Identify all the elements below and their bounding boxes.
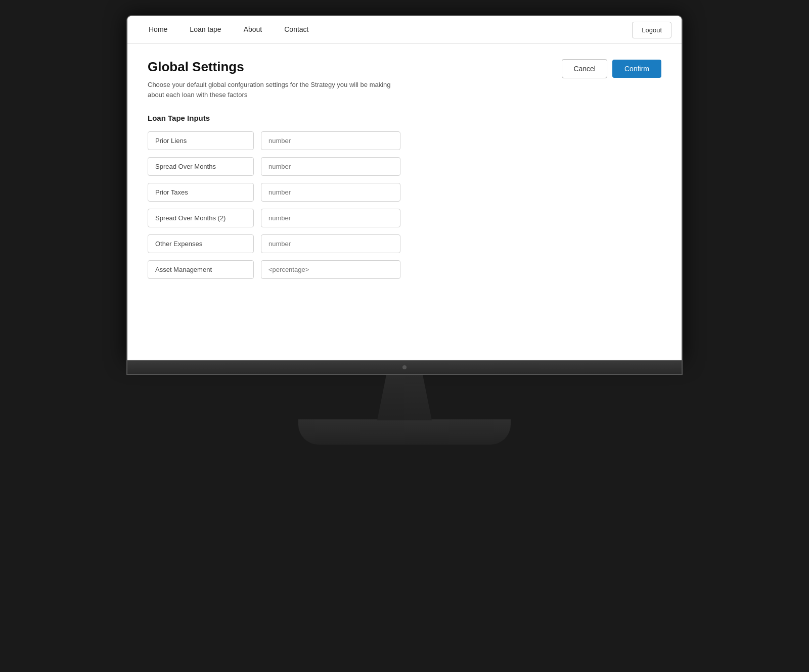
main-content: Global Settings Choose your default glob… (127, 44, 682, 294)
form-grid: Prior Liens Spread Over Months Prior Tax… (148, 131, 400, 279)
label-spread-over-months-1: Spread Over Months (148, 157, 254, 176)
nav-tab-about[interactable]: About (233, 16, 274, 43)
nav-tab-home[interactable]: Home (138, 16, 178, 43)
monitor-chin-dot (402, 365, 407, 369)
monitor-stand-neck (359, 375, 450, 420)
page-description: Choose your default global confguration … (148, 80, 400, 100)
title-section: Global Settings Choose your default glob… (148, 59, 400, 114)
form-row-asset-management: Asset Management (148, 260, 400, 279)
cancel-button[interactable]: Cancel (562, 59, 607, 78)
label-spread-over-months-2: Spread Over Months (2) (148, 209, 254, 227)
actions-group: Cancel Confirm (562, 59, 661, 78)
confirm-button[interactable]: Confirm (612, 60, 661, 78)
input-prior-taxes[interactable] (261, 183, 400, 202)
label-prior-liens: Prior Liens (148, 131, 254, 150)
section-title: Loan Tape Inputs (148, 114, 661, 122)
input-spread-over-months-1[interactable] (261, 157, 400, 176)
form-row-prior-liens: Prior Liens (148, 131, 400, 150)
monitor-stand-base (298, 419, 511, 445)
logout-button[interactable]: Logout (632, 22, 671, 38)
page-title: Global Settings (148, 59, 400, 75)
input-prior-liens[interactable] (261, 131, 400, 150)
input-asset-management[interactable] (261, 260, 400, 279)
nav-tab-contact[interactable]: Contact (273, 16, 320, 43)
nav-tab-loan-tape[interactable]: Loan tape (178, 16, 232, 43)
input-other-expenses[interactable] (261, 234, 400, 253)
navbar: Home Loan tape About Contact Logout (127, 16, 682, 44)
monitor-chin (126, 361, 683, 375)
form-row-spread-over-months-2: Spread Over Months (2) (148, 209, 400, 227)
label-other-expenses: Other Expenses (148, 234, 254, 253)
form-row-spread-over-months-1: Spread Over Months (148, 157, 400, 176)
form-row-other-expenses: Other Expenses (148, 234, 400, 253)
input-spread-over-months-2[interactable] (261, 209, 400, 227)
label-asset-management: Asset Management (148, 260, 254, 279)
form-row-prior-taxes: Prior Taxes (148, 183, 400, 202)
label-prior-taxes: Prior Taxes (148, 183, 254, 202)
nav-tabs: Home Loan tape About Contact (138, 16, 320, 43)
title-row: Global Settings Choose your default glob… (148, 59, 661, 114)
